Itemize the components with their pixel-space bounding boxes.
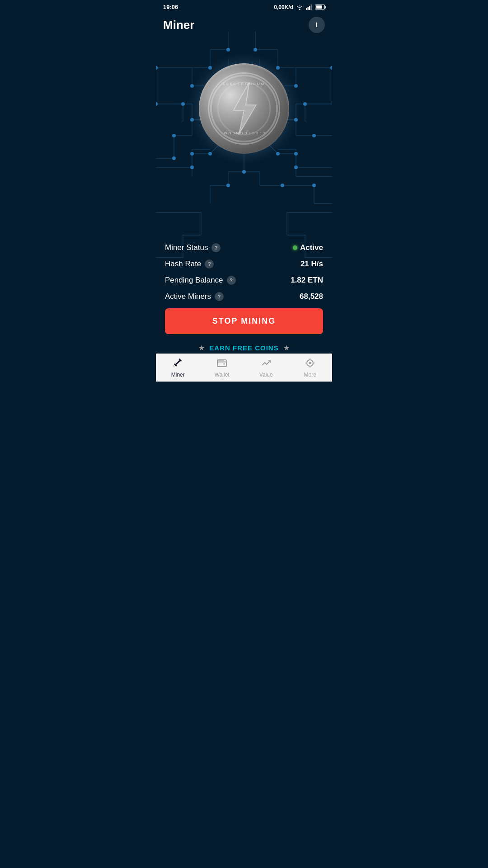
- svg-point-100: [172, 156, 176, 160]
- svg-point-97: [294, 152, 298, 156]
- nav-item-wallet[interactable]: Wallet: [200, 354, 244, 382]
- svg-point-83: [303, 102, 307, 106]
- hash-rate-row: Hash Rate ? 21 H/s: [165, 256, 323, 272]
- signal-icon: [306, 5, 312, 10]
- hash-rate-help[interactable]: ?: [205, 259, 214, 269]
- value-nav-icon: [261, 358, 272, 370]
- svg-point-113: [224, 363, 225, 365]
- status-right: 0,00K/d: [274, 4, 325, 10]
- info-button[interactable]: i: [309, 17, 325, 33]
- active-miners-label: Active Miners ?: [165, 292, 224, 301]
- svg-point-99: [312, 134, 316, 137]
- nav-label-more: More: [304, 372, 316, 378]
- svg-point-115: [309, 362, 311, 364]
- svg-marker-110: [234, 82, 256, 135]
- miner-status-value: Active: [293, 243, 323, 252]
- svg-rect-0: [306, 8, 307, 10]
- active-miners-value: 68,528: [300, 292, 323, 301]
- svg-rect-111: [217, 360, 226, 367]
- star-right-icon: ★: [283, 344, 290, 352]
- svg-point-107: [294, 165, 298, 169]
- svg-point-77: [156, 66, 158, 70]
- svg-point-96: [190, 152, 194, 156]
- status-bar: 19:06 0,00K/d: [156, 0, 332, 12]
- nav-label-miner: Miner: [171, 372, 185, 378]
- miner-nav-icon: [173, 358, 183, 370]
- earn-text[interactable]: EARN FREE COINS: [209, 344, 278, 352]
- svg-point-81: [226, 48, 230, 52]
- active-indicator: [293, 245, 297, 250]
- nav-label-wallet: Wallet: [215, 372, 230, 378]
- svg-point-82: [330, 66, 332, 70]
- miner-status-row: Miner Status ? Active: [165, 240, 323, 256]
- earn-section[interactable]: ★ EARN FREE COINS ★: [156, 344, 332, 352]
- svg-rect-112: [217, 361, 226, 363]
- pending-balance-row: Pending Balance ? 1.82 ETN: [165, 272, 323, 288]
- svg-point-102: [281, 184, 284, 187]
- svg-rect-3: [311, 5, 312, 10]
- pending-balance-label: Pending Balance ?: [165, 276, 236, 285]
- time: 19:06: [163, 4, 178, 10]
- more-nav-icon: [305, 358, 315, 370]
- star-left-icon: ★: [198, 344, 205, 352]
- miner-status-label: Miner Status ?: [165, 243, 221, 252]
- svg-point-98: [172, 134, 176, 137]
- nav-item-value[interactable]: Value: [244, 354, 288, 382]
- svg-point-85: [253, 48, 257, 52]
- svg-point-89: [242, 170, 246, 174]
- coin-label-bottom: electroneum: [223, 131, 265, 135]
- hash-rate-value: 21 H/s: [300, 259, 323, 269]
- nav-item-more[interactable]: More: [288, 354, 333, 382]
- nav-label-value: Value: [259, 372, 273, 378]
- coin-label-top: electroneum: [223, 82, 265, 86]
- coin-graphic: electroneum electroneum: [199, 63, 289, 154]
- hash-rate-label: Hash Rate ?: [165, 259, 214, 269]
- header: Miner i: [156, 12, 332, 37]
- svg-point-86: [190, 118, 194, 122]
- svg-point-87: [294, 118, 298, 122]
- battery-icon: [315, 5, 325, 9]
- bottom-nav: Miner Wallet Value: [156, 354, 332, 382]
- pending-balance-value: 1.82 ETN: [291, 276, 323, 285]
- wifi-icon: [296, 5, 303, 10]
- svg-point-79: [181, 102, 185, 106]
- stats-section: Miner Status ? Active Hash Rate ? 21 H/s…: [156, 240, 332, 305]
- svg-rect-2: [309, 6, 310, 10]
- data-speed: 0,00K/d: [274, 4, 293, 10]
- svg-rect-1: [308, 7, 309, 10]
- pending-balance-help[interactable]: ?: [227, 276, 236, 285]
- miner-status-help[interactable]: ?: [211, 243, 221, 252]
- svg-rect-114: [217, 359, 224, 361]
- page-title: Miner: [163, 18, 194, 32]
- svg-point-101: [226, 184, 230, 187]
- active-miners-help[interactable]: ?: [215, 292, 224, 301]
- nav-item-miner[interactable]: Miner: [156, 354, 200, 382]
- active-miners-row: Active Miners ? 68,528: [165, 288, 323, 305]
- stop-mining-button[interactable]: STOP MINING: [165, 308, 323, 334]
- svg-point-95: [294, 84, 298, 88]
- wallet-nav-icon: [216, 358, 227, 370]
- svg-point-106: [190, 165, 194, 169]
- svg-point-78: [156, 102, 158, 106]
- svg-point-94: [190, 84, 194, 88]
- svg-point-103: [312, 184, 316, 187]
